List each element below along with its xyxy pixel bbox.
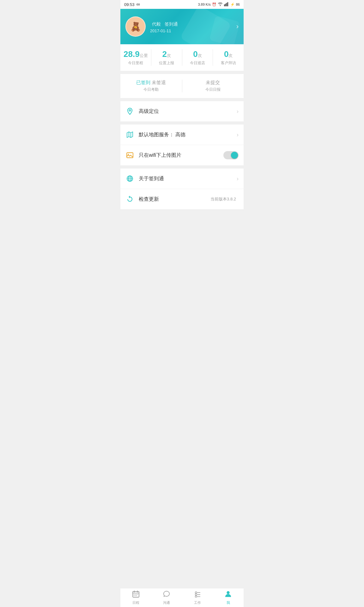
attendance-checkin: 已签到 未签退 今日考勤	[120, 80, 182, 92]
globe-icon	[125, 174, 134, 183]
svg-rect-3	[227, 2, 228, 6]
stat-mileage-value: 28.9公里	[120, 49, 151, 59]
checkin-label: 今日考勤	[120, 87, 182, 92]
profile-chevron-icon: ›	[236, 22, 239, 31]
network-speed: 3.89 K/s	[198, 3, 210, 6]
profile-name: 代毅 签到通	[150, 20, 178, 27]
signal-icon	[224, 2, 229, 7]
stat-location-report: 2次 位置上报	[151, 49, 182, 66]
avatar-image: 🧸	[130, 21, 141, 32]
stat-mileage: 28.9公里 今日里程	[120, 49, 151, 66]
svg-rect-0	[224, 4, 225, 6]
stat-customer-visit: 0次 客户拜访	[213, 49, 244, 66]
profile-left: 🧸 代毅 签到通 2017-01-11	[125, 16, 178, 37]
stat-location-value: 2次	[151, 49, 182, 59]
map-label: 默认地图服务： 高德	[139, 132, 237, 138]
about-label: 关于签到通	[139, 175, 237, 182]
avatar: 🧸	[125, 16, 146, 37]
attendance-section: 已签到 未签退 今日考勤 未提交 今日日报	[120, 74, 244, 98]
battery-level: 86	[236, 3, 240, 6]
report-label: 今日日报	[182, 87, 244, 92]
profile-banner[interactable]: 🧸 代毅 签到通 2017-01-11 ›	[120, 9, 244, 44]
svg-rect-1	[225, 3, 226, 6]
update-label: 检查更新	[139, 196, 210, 203]
menu-item-wifi-upload[interactable]: 只在wifi下上传图片	[120, 145, 244, 165]
wifi-upload-toggle[interactable]	[223, 151, 239, 159]
menu-item-location[interactable]: 高级定位 ›	[120, 101, 244, 121]
svg-point-8	[128, 154, 129, 155]
svg-rect-2	[226, 3, 227, 6]
profile-date: 2017-01-11	[150, 28, 178, 33]
stat-customer-label: 客户拜访	[213, 60, 244, 66]
image-icon	[125, 151, 134, 160]
divider-1	[120, 98, 244, 101]
profile-info: 代毅 签到通 2017-01-11	[150, 20, 178, 33]
menu-section-1: 高级定位 ›	[120, 101, 244, 121]
checkin-status: 已签到 未签退	[120, 80, 182, 86]
stat-location-label: 位置上报	[151, 60, 182, 66]
toggle-thumb	[231, 152, 238, 159]
svg-point-4	[129, 110, 131, 111]
divider-2	[120, 121, 244, 125]
menu-section-2: 默认地图服务： 高德 › 只在wifi下上传图片	[120, 125, 244, 165]
menu-section-3: 关于签到通 › 检查更新 当前版本3.8.2	[120, 169, 244, 209]
menu-item-about[interactable]: 关于签到通 ›	[120, 169, 244, 189]
wifi-icon	[218, 2, 223, 7]
stats-section: 28.9公里 今日里程 2次 位置上报 0次 今日巡店 0次 客户拜访	[120, 44, 244, 71]
stat-mileage-label: 今日里程	[120, 60, 151, 66]
menu-item-map[interactable]: 默认地图服务： 高德 ›	[120, 125, 244, 145]
status-right: 3.89 K/s ⏰ ⚡ 86	[198, 2, 240, 7]
infinity-icon: ∞	[136, 2, 140, 7]
wifi-upload-label: 只在wifi下上传图片	[139, 152, 223, 159]
location-icon	[125, 107, 134, 116]
bottom-padding	[120, 209, 244, 231]
status-left: 09:53 ∞	[124, 2, 140, 7]
divider-3	[120, 165, 244, 169]
charge-icon: ⚡	[230, 3, 235, 7]
refresh-icon	[125, 195, 134, 204]
menu-item-update[interactable]: 检查更新 当前版本3.8.2	[120, 189, 244, 209]
map-icon	[125, 130, 134, 139]
report-status: 未提交	[182, 80, 244, 86]
location-chevron-icon: ›	[237, 108, 239, 115]
attendance-report: 未提交 今日日报	[182, 80, 244, 92]
location-label: 高级定位	[139, 108, 237, 115]
clock-icon: ⏰	[212, 3, 216, 7]
status-bar: 09:53 ∞ 3.89 K/s ⏰ ⚡ 86	[120, 0, 244, 9]
toggle-track	[223, 151, 239, 159]
stat-store-label: 今日巡店	[182, 60, 213, 66]
stat-customer-value: 0次	[213, 49, 244, 59]
update-version: 当前版本3.8.2	[210, 196, 236, 202]
map-chevron-icon: ›	[237, 132, 239, 138]
about-chevron-icon: ›	[237, 175, 239, 182]
status-time: 09:53	[124, 2, 135, 7]
